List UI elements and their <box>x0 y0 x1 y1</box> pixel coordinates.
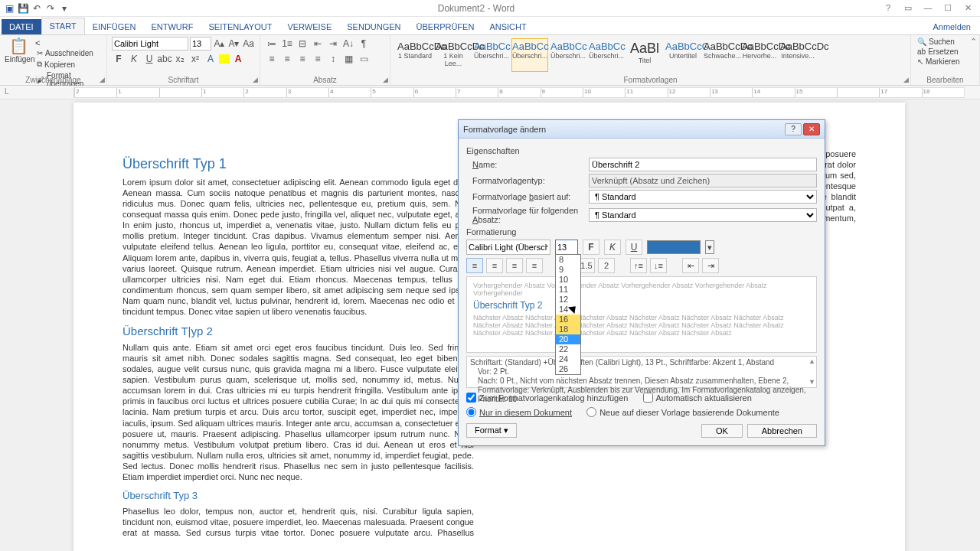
dialog-help-icon[interactable]: ? <box>785 123 802 135</box>
style-item[interactable]: AaBbCcDc1 Kein Lee... <box>435 38 472 72</box>
change-case-icon[interactable]: Aa <box>242 37 255 51</box>
inc-indent-icon[interactable]: ⇥ <box>326 37 340 51</box>
qat-more-icon[interactable]: ▾ <box>58 2 70 15</box>
size-option[interactable]: 20 <box>556 334 580 344</box>
find-button[interactable]: 🔍Suchen <box>916 37 975 47</box>
dlg-space-before-inc[interactable]: ↑≡ <box>630 258 647 273</box>
text-effects-icon[interactable]: A <box>204 52 217 66</box>
style-item[interactable]: AaBbCcDc1 Standard <box>397 38 433 72</box>
dlg-bold-button[interactable]: F <box>583 240 599 255</box>
based-on-template-radio[interactable]: Neue auf dieser Vorlage basierende Dokum… <box>586 407 779 417</box>
shrink-font-icon[interactable]: A▾ <box>227 37 240 51</box>
tab-layout[interactable]: SEITENLAYOUT <box>201 19 279 34</box>
select-button[interactable]: ↖Markieren <box>916 57 975 67</box>
tab-mailings[interactable]: SENDUNGEN <box>339 19 408 34</box>
format-menu-button[interactable]: Format ▾ <box>466 423 517 438</box>
tab-design[interactable]: ENTWURF <box>143 19 201 34</box>
scroll-up-icon[interactable]: ▲ <box>808 357 815 366</box>
font-name-combo[interactable] <box>112 37 188 51</box>
based-on-combo[interactable]: ¶ Standard <box>589 190 817 204</box>
style-item[interactable]: AaBbCcÜberschri... <box>511 38 548 72</box>
size-option[interactable]: 11 <box>556 285 580 295</box>
align-left-icon[interactable]: ≡ <box>265 52 279 66</box>
style-item[interactable]: AaBbCcÜberschri... <box>588 38 625 72</box>
cut-button[interactable]: ✂Ausschneiden <box>35 48 102 58</box>
minimize-icon[interactable]: — <box>919 3 937 13</box>
style-item[interactable]: AaBbCcÜberschri... <box>473 38 510 72</box>
dlg-indent-inc[interactable]: ⇥ <box>702 258 719 273</box>
dlg-align-center[interactable]: ≡ <box>486 258 503 273</box>
size-option[interactable]: 12 <box>556 295 580 305</box>
horizontal-ruler[interactable]: 211234567891011121314151718 <box>74 87 965 98</box>
sort-icon[interactable]: A↓ <box>341 37 355 51</box>
dlg-indent-dec[interactable]: ⇤ <box>682 258 699 273</box>
redo-icon[interactable]: ↷ <box>44 2 57 15</box>
dialog-titlebar[interactable]: Formatvorlage ändern ? ✕ <box>459 120 825 139</box>
size-option[interactable]: 8 <box>556 255 580 265</box>
size-option[interactable]: 22 <box>556 344 580 354</box>
subscript-icon[interactable]: x₂ <box>173 52 187 66</box>
superscript-icon[interactable]: x² <box>188 52 202 66</box>
size-option[interactable]: 24 <box>556 354 580 364</box>
style-item[interactable]: AaBbCcDcIntensive... <box>779 38 816 72</box>
dec-indent-icon[interactable]: ⇤ <box>311 37 325 51</box>
name-field[interactable] <box>589 158 817 171</box>
dlg-align-right[interactable]: ≡ <box>506 258 523 273</box>
italic-icon[interactable]: K <box>127 52 141 66</box>
tab-references[interactable]: VERWEISE <box>279 19 339 34</box>
dlg-size-combo[interactable] <box>555 240 578 255</box>
align-center-icon[interactable]: ≡ <box>280 52 294 66</box>
maximize-icon[interactable]: ☐ <box>939 3 957 13</box>
replace-button[interactable]: abErsetzen <box>916 47 975 57</box>
numbering-icon[interactable]: 1≡ <box>280 37 294 51</box>
font-color-icon[interactable]: A <box>231 52 245 66</box>
tab-view[interactable]: ANSICHT <box>482 19 534 34</box>
style-item[interactable]: AaBlTitel <box>626 38 663 72</box>
tab-review[interactable]: ÜBERPRÜFEN <box>409 19 482 34</box>
next-style-combo[interactable]: ¶ Standard <box>589 208 817 222</box>
align-right-icon[interactable]: ≡ <box>296 52 309 66</box>
size-option[interactable]: 14 <box>556 305 580 315</box>
size-option[interactable]: 26 <box>556 364 580 374</box>
close-icon[interactable]: ✕ <box>959 3 977 13</box>
dlg-double-spacing[interactable]: 2 <box>598 258 615 273</box>
size-option[interactable]: 16 <box>556 315 580 324</box>
bullets-icon[interactable]: ≔ <box>265 37 279 51</box>
multilevel-icon[interactable]: ⊟ <box>296 37 309 51</box>
dialog-launcher-icon[interactable]: ◢ <box>253 76 258 83</box>
help-icon[interactable]: ? <box>879 3 897 13</box>
justify-icon[interactable]: ≡ <box>311 52 325 66</box>
borders-icon[interactable]: ▭ <box>357 52 371 66</box>
ok-button[interactable]: OK <box>701 424 743 438</box>
bold-icon[interactable]: F <box>112 52 126 66</box>
dlg-italic-button[interactable]: K <box>604 240 621 255</box>
only-this-doc-radio[interactable]: Nur in diesem Dokument <box>466 407 572 417</box>
paste-button[interactable]: 📋 Einfügen <box>5 37 32 73</box>
dlg-font-combo[interactable] <box>466 240 550 255</box>
style-item[interactable]: AaBbCcDcHervorhe... <box>741 38 778 72</box>
style-item[interactable]: AaBbCcCUntertitel <box>665 38 701 72</box>
show-marks-icon[interactable]: ¶ <box>357 37 371 51</box>
font-size-combo[interactable] <box>190 37 211 51</box>
copy-button[interactable]: ⧉Kopieren <box>35 59 102 70</box>
undo-icon[interactable]: ↶ <box>31 2 43 15</box>
dlg-align-justify[interactable]: ≡ <box>526 258 543 273</box>
style-item[interactable]: AaBbCcDcSchwache... <box>703 38 740 72</box>
dialog-close-icon[interactable]: ✕ <box>803 123 820 135</box>
dialog-launcher-icon[interactable]: ◢ <box>383 76 388 83</box>
tab-file[interactable]: DATEI <box>2 19 41 34</box>
line-spacing-icon[interactable]: ↕ <box>326 52 340 66</box>
size-option[interactable]: 18 <box>556 324 580 334</box>
grow-font-icon[interactable]: A▴ <box>213 37 226 51</box>
dlg-underline-button[interactable]: U <box>626 240 642 255</box>
collapse-ribbon-icon[interactable]: ⌃ <box>970 37 977 47</box>
size-option[interactable]: 10 <box>556 275 580 285</box>
cancel-button[interactable]: Abbrechen <box>747 424 817 438</box>
tab-start[interactable]: START <box>41 18 85 34</box>
ribbon-options-icon[interactable]: ▭ <box>899 3 917 13</box>
dlg-align-left[interactable]: ≡ <box>466 258 483 273</box>
dialog-launcher-icon[interactable]: ◢ <box>100 76 105 83</box>
size-option[interactable]: 9 <box>556 265 580 275</box>
shading-icon[interactable]: ▦ <box>341 52 355 66</box>
dialog-launcher-icon[interactable]: ◢ <box>903 76 909 83</box>
